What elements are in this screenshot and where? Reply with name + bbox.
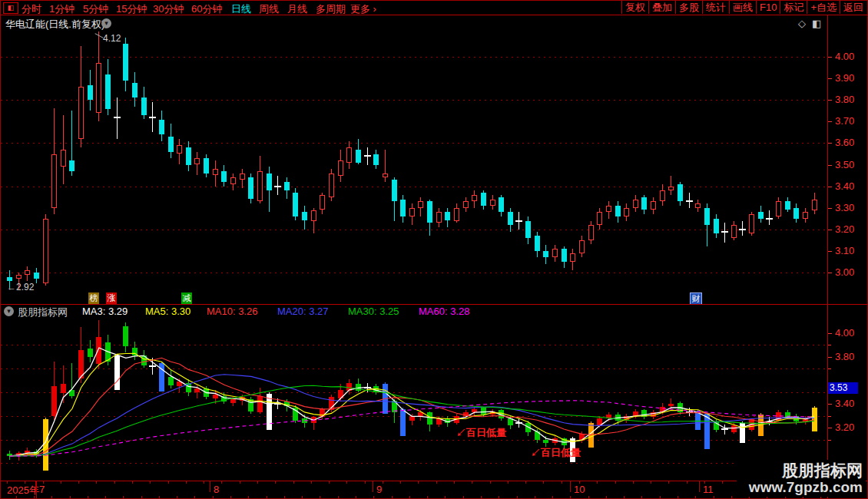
week-tick: [641, 496, 642, 498]
event-badge-榜[interactable]: 榜: [88, 292, 99, 304]
indicator-name[interactable]: 股朋指标网: [18, 306, 68, 319]
axis-label: 3.50: [835, 159, 854, 170]
menu-item-action[interactable]: 标记: [780, 1, 807, 14]
candle-down: [302, 212, 307, 220]
low-price-annotation: ←2.92: [7, 282, 34, 292]
candle-doji: [274, 186, 281, 187]
indicator-price-axis: 4.003.803.403.20: [828, 320, 867, 481]
axis-tick: [828, 100, 832, 101]
indicator-collapse-icon[interactable]: ▾: [4, 306, 14, 316]
week-tick: [88, 496, 88, 498]
month-label: 8: [214, 484, 219, 495]
menu-item-action[interactable]: 叠加: [648, 1, 675, 14]
gridline: [1, 100, 827, 101]
week-tick: [678, 496, 678, 498]
month-label: 11: [703, 484, 714, 495]
menu-item-action[interactable]: 返回: [840, 1, 866, 14]
menu-item-action[interactable]: 多股: [675, 1, 702, 14]
ma60-line: [10, 401, 815, 456]
week-tick: [517, 496, 518, 498]
axis-tick: [828, 187, 832, 187]
axis-tick: [828, 57, 832, 58]
candle-up: [311, 210, 316, 221]
week-tick: [257, 481, 258, 484]
candle-down: [508, 212, 513, 225]
axis-tick: [828, 333, 832, 334]
axis-tick: [828, 345, 831, 345]
current-price-badge: 3.53: [828, 382, 858, 394]
candle-up: [803, 212, 808, 218]
week-tick: [436, 481, 437, 484]
candle-down: [400, 200, 406, 217]
candle-down: [704, 208, 710, 226]
year-divider: [36, 481, 37, 498]
watermark-url: www.7gpzb.com: [749, 479, 863, 495]
menu-item-action[interactable]: +自选: [807, 1, 840, 14]
indicator-chart-pane[interactable]: [1, 320, 827, 481]
month-tick: [699, 481, 700, 492]
week-tick: [606, 496, 607, 498]
week-tick: [633, 481, 634, 484]
axis-label: 3.00: [835, 266, 854, 278]
week-tick: [320, 496, 320, 498]
candle-wick: [671, 176, 671, 195]
candle-up: [43, 219, 48, 283]
candle-up: [624, 208, 629, 216]
window-layout-icon[interactable]: ◧: [3, 2, 18, 14]
candle-doji: [721, 231, 728, 233]
title-chevron-icon[interactable]: ▾: [101, 18, 111, 28]
week-tick: [96, 481, 97, 484]
candle-up: [552, 249, 558, 257]
candle-down: [481, 193, 486, 206]
signal-annotation: ↙百日低量: [456, 426, 506, 440]
month-label: 9: [376, 484, 382, 495]
candle-up: [463, 201, 469, 207]
candle-up: [51, 154, 57, 208]
axis-tick: [828, 208, 832, 209]
event-badge-财[interactable]: 财: [690, 292, 702, 304]
axis-label: 3.80: [835, 351, 854, 362]
candle-down: [284, 182, 290, 190]
main-chart-pane[interactable]: 榜涨减财: [1, 31, 827, 304]
week-tick: [365, 481, 366, 484]
week-tick: [463, 496, 464, 498]
event-badge-减[interactable]: 减: [181, 292, 192, 304]
menu-item-action[interactable]: 统计: [702, 1, 729, 14]
menu-item-action[interactable]: 复权: [621, 1, 648, 14]
week-tick: [7, 481, 8, 484]
axis-label: 3.70: [835, 115, 854, 127]
candle-up: [436, 212, 442, 223]
candle-down: [678, 184, 683, 202]
candle-down: [141, 97, 147, 115]
watermark: 股朋指标网 www.7gpzb.com: [737, 460, 866, 497]
candle-up: [588, 225, 594, 240]
candle-doji: [114, 117, 121, 118]
title-row: 华电辽能(日线.前复权) ▾: [1, 16, 827, 31]
week-tick: [194, 496, 195, 498]
candle-down: [248, 177, 253, 199]
menu-item-action[interactable]: 画线: [729, 1, 756, 14]
menu-item-action[interactable]: F10: [756, 1, 780, 14]
event-badge-涨[interactable]: 涨: [106, 292, 117, 304]
week-tick: [552, 496, 553, 498]
week-tick: [615, 481, 616, 484]
candle-up: [668, 187, 674, 191]
candle-down: [445, 212, 450, 220]
candle-down: [88, 85, 93, 101]
high-price-annotation: 4.12: [103, 33, 121, 44]
candle-down: [641, 197, 647, 210]
axis-label: 3.60: [835, 137, 854, 148]
axis-tick: [828, 368, 831, 369]
month-tick: [35, 481, 36, 492]
candle-up: [230, 177, 236, 183]
pane-divider: [1, 304, 867, 305]
week-tick: [177, 496, 177, 498]
week-tick: [714, 496, 714, 498]
week-tick: [499, 496, 499, 498]
axis-tick: [828, 428, 832, 428]
split-panel-icon[interactable]: ◧: [812, 18, 821, 29]
diamond-icon[interactable]: ◇: [798, 18, 806, 29]
candle-doji: [766, 218, 773, 220]
candle-down: [373, 154, 379, 165]
month-label: 10: [574, 484, 585, 495]
